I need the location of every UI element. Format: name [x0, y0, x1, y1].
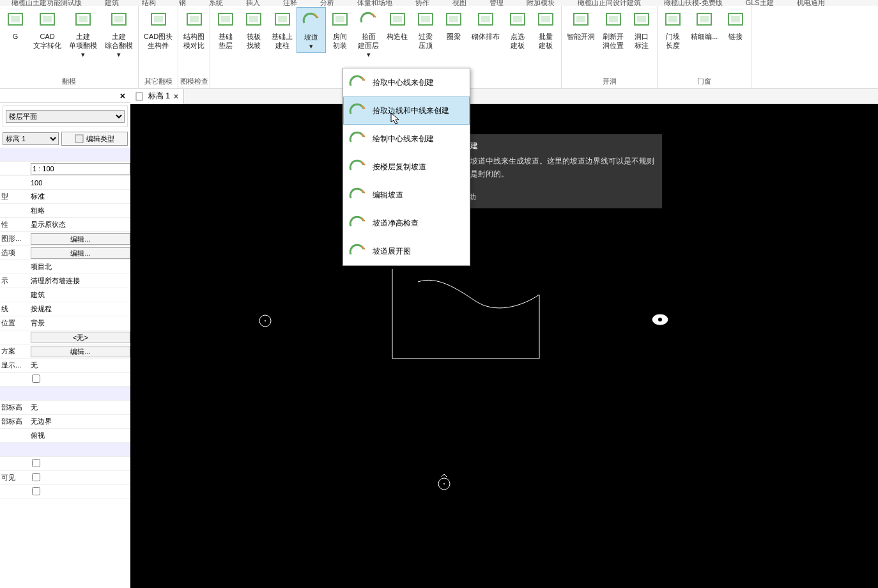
- ribbon-group-label: 图模检查: [178, 75, 210, 88]
- pick-layer-icon: [359, 11, 378, 27]
- svg-rect-23: [421, 16, 430, 22]
- prop-edit-button[interactable]: 编辑...: [31, 346, 130, 357]
- prop-edit-button[interactable]: <无>: [31, 332, 130, 343]
- panel-close-icon[interactable]: ×: [118, 91, 128, 101]
- ribbon-label: 筏板 找坡: [247, 32, 261, 50]
- ribbon-label: 房间 初装: [333, 32, 347, 50]
- prop-row: 部标高无边界: [0, 415, 130, 429]
- raft-slope-icon: [244, 11, 263, 27]
- ribbon-foundation-col[interactable]: 基础上 建柱: [268, 7, 297, 52]
- dropdown-label: 坡道展开图: [373, 246, 411, 257]
- prop-value[interactable]: 显示原状态: [28, 220, 130, 229]
- ribbon-cad-block[interactable]: CAD图块 生构件: [140, 7, 176, 52]
- type-selector[interactable]: 楼层平面: [6, 110, 125, 123]
- instance-selector[interactable]: 标高 1: [3, 132, 59, 145]
- svg-rect-9: [154, 16, 163, 22]
- prop-row: 部标高无: [0, 401, 130, 415]
- ribbon-hole-note[interactable]: 洞口 标注: [628, 7, 656, 52]
- prop-checkbox[interactable]: [32, 375, 40, 383]
- ribbon-group-label: 开洞: [562, 75, 657, 88]
- ribbon-door-len[interactable]: 门垛 长度: [659, 7, 687, 52]
- prop-label: 示: [0, 276, 28, 286]
- ribbon-label: G: [13, 32, 19, 41]
- prop-input[interactable]: [31, 163, 130, 174]
- ribbon-rvt[interactable]: G: [1, 7, 29, 43]
- prop-checkbox[interactable]: [32, 487, 40, 495]
- view-tabs: 标高 1 ×: [130, 89, 878, 104]
- hole-note-icon: [632, 11, 651, 27]
- svg-rect-3: [43, 16, 52, 22]
- pick-center-icon: [348, 74, 366, 91]
- prop-value: <无>: [28, 332, 130, 343]
- dropdown-item[interactable]: 坡道展开图: [343, 237, 470, 265]
- ribbon-label: 基础 垫层: [219, 32, 233, 50]
- prop-value[interactable]: 标准: [28, 192, 130, 201]
- ribbon-foundation-pad[interactable]: 基础 垫层: [212, 7, 240, 52]
- view-tab[interactable]: 标高 1 ×: [130, 89, 184, 104]
- prop-value[interactable]: 俯视: [28, 431, 130, 440]
- ribbon-link[interactable]: 链接: [721, 7, 750, 43]
- prop-value[interactable]: 无: [28, 403, 130, 412]
- batch-slab-icon: [536, 11, 555, 27]
- prop-value[interactable]: 背景: [28, 318, 130, 328]
- prop-row: [0, 162, 130, 176]
- svg-rect-33: [576, 16, 585, 22]
- ribbon-beam-top[interactable]: 过梁 压顶: [412, 7, 440, 52]
- prop-row: 选项编辑...: [0, 246, 130, 260]
- ribbon-pick-layer[interactable]: 拾面 建面层 ▾: [354, 7, 383, 61]
- ribbon-column[interactable]: 构造柱: [383, 7, 412, 43]
- ribbon-label: 门垛 长度: [666, 32, 680, 50]
- ribbon-label: 坡道 ▾: [304, 33, 318, 50]
- ribbon-point-slab[interactable]: 点选 建板: [504, 7, 532, 52]
- dropdown-item[interactable]: 绘制中心线来创建: [343, 125, 470, 153]
- ring-beam-icon: [444, 11, 463, 27]
- ribbon-fine-edit[interactable]: 精细编...: [687, 7, 721, 43]
- dropdown-item[interactable]: 拾取中心线来创建: [343, 68, 470, 97]
- prop-value[interactable]: 按规程: [28, 304, 130, 314]
- ribbon-brick-layout[interactable]: 砌体排布: [468, 7, 504, 43]
- ribbon-ramp[interactable]: 坡道 ▾: [297, 7, 326, 53]
- dropdown-item[interactable]: 坡道净高检查: [343, 209, 470, 237]
- prop-value[interactable]: 建筑: [28, 290, 130, 300]
- ribbon-raft-slope[interactable]: 筏板 找坡: [240, 7, 268, 52]
- dropdown-item[interactable]: 拾取边线和中线来创建: [343, 97, 470, 125]
- svg-rect-45: [136, 93, 142, 100]
- ribbon-refresh-open[interactable]: 刷新开 洞位置: [599, 7, 628, 52]
- svg-rect-29: [513, 16, 522, 22]
- ribbon-label: 点选 建板: [511, 32, 525, 50]
- prop-value[interactable]: 粗略: [28, 206, 130, 215]
- prop-value[interactable]: 清理所有墙连接: [28, 276, 130, 286]
- ribbon-tujian-combo[interactable]: 土建 综合翻模 ▾: [101, 7, 137, 61]
- prop-edit-button[interactable]: 编辑...: [31, 233, 130, 245]
- ribbon-cad-text[interactable]: CAD 文字转化: [29, 7, 65, 52]
- ribbon-batch-slab[interactable]: 批量 建板: [532, 7, 560, 52]
- ramp-icon: [302, 12, 321, 28]
- prop-edit-button[interactable]: 编辑...: [31, 247, 130, 259]
- ribbon-label: CAD图块 生构件: [144, 32, 173, 50]
- ramp-dropdown: 拾取中心线来创建拾取边线和中线来创建绘制中心线来创建按楼层复制坡道编辑坡道坡道净…: [343, 68, 470, 266]
- prop-label: 选项: [0, 248, 28, 258]
- prop-value[interactable]: 项目北: [28, 262, 130, 272]
- tab-close-icon[interactable]: ×: [174, 92, 178, 101]
- prop-row: [0, 457, 130, 471]
- prop-value[interactable]: 无边界: [28, 417, 130, 426]
- prop-value[interactable]: 无: [28, 360, 130, 370]
- draw-center-icon: [348, 130, 366, 147]
- ribbon-room-init[interactable]: 房间 初装: [326, 7, 354, 52]
- dropdown-item[interactable]: 编辑坡道: [343, 181, 470, 209]
- prop-label: 型: [0, 192, 28, 201]
- prop-row: 项目北: [0, 260, 130, 274]
- ribbon-ring-beam[interactable]: 圈梁: [440, 7, 468, 43]
- beam-top-icon: [416, 11, 435, 27]
- edit-type-button[interactable]: 编辑类型: [61, 132, 128, 146]
- prop-row: 型标准: [0, 190, 130, 204]
- prop-checkbox[interactable]: [32, 459, 40, 467]
- prop-value[interactable]: 100: [28, 179, 130, 187]
- ribbon-tujian-single[interactable]: 土建 单项翻模 ▾: [65, 7, 101, 61]
- dropdown-item[interactable]: 按楼层复制坡道: [343, 153, 470, 181]
- ribbon-label: 过梁 压顶: [419, 32, 433, 50]
- ribbon-struct-compare[interactable]: 结构图 模对比: [180, 7, 208, 52]
- ribbon-smart-open[interactable]: 智能开洞: [563, 7, 599, 43]
- ribbon-label: 智能开洞: [567, 32, 595, 41]
- prop-checkbox[interactable]: [32, 473, 40, 481]
